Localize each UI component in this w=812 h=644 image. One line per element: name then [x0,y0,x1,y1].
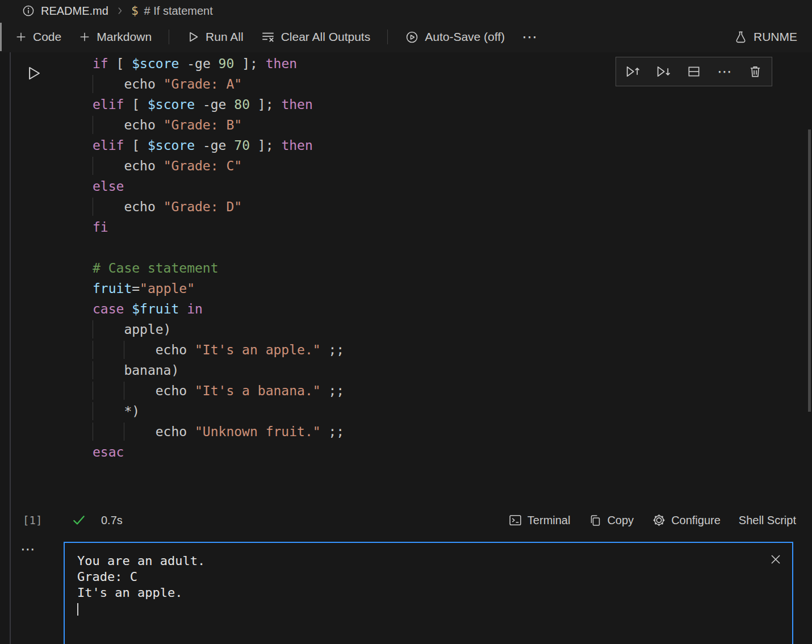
output-cursor-line [77,601,780,617]
notebook-window: README.md $ # If statement Code Markdown… [0,0,812,644]
chevron-right-icon [114,5,125,16]
output-line: It's an apple. [77,585,780,601]
run-cell-button[interactable] [25,64,42,82]
breadcrumb: README.md $ # If statement [0,0,812,22]
plus-icon [78,31,91,43]
configure-label: Configure [671,514,721,527]
indent-guide [124,341,124,359]
execution-count: [1] [23,514,42,526]
cell-focus-border [10,52,11,644]
code-line[interactable]: echo "Unknown fruit." ;; [93,421,344,442]
indent-guide [93,402,93,420]
indent-guide [124,423,124,441]
clear-all-icon [261,30,275,44]
execution-duration: 0.7s [101,514,123,527]
code-line[interactable]: # Case statement [93,258,344,278]
code-line[interactable]: echo "Grade: D" [93,196,344,217]
breadcrumb-cell-symbol: $ [131,4,139,18]
code-line[interactable] [93,483,344,503]
cell-statusbar: [1] 0.7s Terminal Copy Configure Shell S… [0,507,812,533]
code-line[interactable]: else [93,176,344,196]
notebook-toolbar: Code Markdown Run All Clear All Outputs … [0,22,812,52]
output-line: You are an adult. [77,553,780,569]
code-line[interactable]: elif [ $score -ge 80 ]; then [93,94,344,115]
add-markdown-label: Markdown [97,30,152,44]
terminal-button[interactable]: Terminal [508,513,571,528]
editor-scrollbar[interactable] [808,129,811,412]
runme-flask-icon [734,30,748,44]
delete-cell-button[interactable] [747,63,764,80]
editor-group-edge [0,23,2,51]
code-line[interactable]: echo "Grade: A" [93,74,344,94]
auto-save-label: Auto-Save (off) [425,30,505,44]
copy-icon [588,513,602,527]
code-line[interactable] [93,462,344,483]
language-label: Shell Script [739,514,796,527]
indent-guide [93,361,93,379]
configure-button[interactable]: Configure [652,513,721,528]
copy-label: Copy [607,514,634,527]
indent-guide [93,116,93,134]
indent-guide [93,157,93,175]
copy-button[interactable]: Copy [588,513,634,527]
output-lines: You are an adult.Grade: CIt's an apple. [77,553,780,601]
clear-all-outputs-button[interactable]: Clear All Outputs [261,30,371,44]
code-line[interactable]: fruit="apple" [93,278,344,299]
run-all-label: Run All [206,30,244,44]
code-line[interactable]: elif [ $score -ge 70 ]; then [93,135,344,156]
clear-all-label: Clear All Outputs [281,30,371,44]
indent-guide [93,341,93,359]
code-line[interactable]: case $fruit in [93,299,344,319]
toolbar-more-actions-button[interactable]: ⋯ [522,28,538,46]
code-editor[interactable]: if [ $score -ge 90 ]; then echo "Grade: … [93,53,344,503]
code-line[interactable]: echo "Grade: C" [93,156,344,176]
add-code-label: Code [33,30,61,44]
language-picker[interactable]: Shell Script [739,514,796,527]
terminal-cursor [77,603,78,616]
runme-label: RUNME [754,30,797,44]
code-line[interactable]: echo "Grade: B" [93,115,344,135]
indent-guide [93,423,93,441]
runme-button[interactable]: RUNME [734,30,797,44]
toolbar-separator [387,30,388,44]
breadcrumb-cell-label[interactable]: # If statement [144,5,213,18]
breadcrumb-file[interactable]: README.md [41,5,108,18]
execute-below-button[interactable] [655,63,672,80]
indent-guide [93,382,93,400]
split-cell-button[interactable] [685,63,702,80]
close-output-button[interactable] [768,552,783,567]
auto-save-button[interactable]: Auto-Save (off) [405,30,505,44]
cell-toolbar: ⋯ [616,57,772,86]
indent-guide [93,320,93,338]
code-line[interactable] [93,237,344,258]
gear-icon [652,513,666,528]
code-line[interactable]: fi [93,217,344,237]
code-line[interactable]: apple) [93,319,344,340]
code-line[interactable]: echo "It's a banana." ;; [93,380,344,401]
run-all-icon [186,30,200,44]
execute-above-button[interactable] [624,63,641,80]
run-all-button[interactable]: Run All [186,30,244,44]
code-line[interactable]: echo "It's an apple." ;; [93,340,344,360]
indent-guide [124,382,124,400]
info-icon[interactable] [22,4,35,18]
terminal-output[interactable]: You are an adult.Grade: CIt's an apple. [64,542,793,644]
code-line[interactable]: banana) [93,360,344,380]
terminal-label: Terminal [528,514,571,527]
cell-status-actions: Terminal Copy Configure Shell Script [508,513,796,528]
indent-guide [93,75,93,93]
success-check-icon [72,513,86,528]
toolbar-separator [169,30,169,44]
code-line[interactable]: *) [93,401,344,421]
add-markdown-button[interactable]: Markdown [78,30,152,44]
plus-icon [15,31,27,43]
add-code-button[interactable]: Code [15,30,61,44]
output-more-actions-button[interactable]: ⋯ [20,541,35,558]
code-lines: if [ $score -ge 90 ]; then echo "Grade: … [93,53,344,503]
output-line: Grade: C [77,569,780,585]
cell-more-actions-button[interactable]: ⋯ [716,63,733,80]
terminal-icon [508,513,522,528]
code-line[interactable]: esac [93,442,344,462]
indent-guide [93,198,93,216]
code-line[interactable]: if [ $score -ge 90 ]; then [93,53,344,74]
